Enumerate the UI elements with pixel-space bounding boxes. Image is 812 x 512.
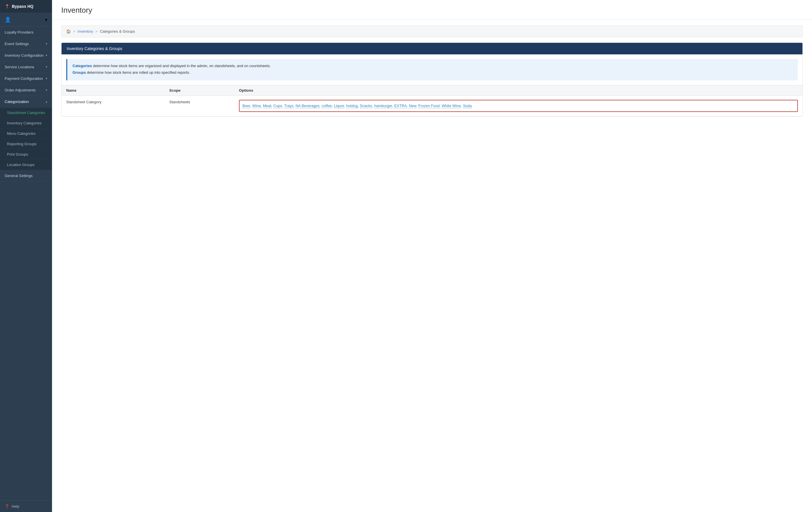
user-chevron-icon: [45, 17, 48, 23]
groups-text: determine how stock items are rolled up …: [87, 70, 190, 75]
sidebar-item-payment-configuration[interactable]: Payment Configuration: [0, 73, 52, 84]
sidebar-item-standsheet-categories[interactable]: Standsheet Categories: [0, 108, 52, 118]
option-link[interactable]: NA Beverages: [296, 104, 320, 108]
sidebar-item-service-locations[interactable]: Service Locations: [0, 61, 52, 73]
sidebar: 📍 Bypass HQ 👤 Loyalty Providers Event Se…: [0, 0, 52, 512]
option-link[interactable]: hotdog: [346, 104, 358, 108]
card-header: Inventory Categories & Groups: [62, 43, 803, 54]
info-banner: Categories determine how stock items are…: [66, 59, 798, 80]
categories-table-container: Name Scope Options Standsheet CategorySt…: [62, 85, 803, 116]
sidebar-item-loyalty-providers[interactable]: Loyalty Providers: [0, 27, 52, 38]
inventory-config-chevron-icon: [46, 54, 48, 57]
card-body: Categories determine how stock items are…: [62, 59, 803, 116]
col-options: Options: [234, 85, 803, 96]
option-link[interactable]: Liquor: [334, 104, 344, 108]
pin-icon: 📍: [5, 4, 9, 9]
user-menu[interactable]: 👤: [0, 13, 52, 27]
option-link[interactable]: EXTRA: [394, 104, 407, 108]
categories-keyword: Categories: [72, 64, 92, 68]
option-link[interactable]: hamburger: [374, 104, 392, 108]
option-link[interactable]: Soda: [463, 104, 472, 108]
inventory-categories-card: Inventory Categories & Groups Categories…: [61, 43, 803, 116]
option-link[interactable]: Wine: [252, 104, 261, 108]
sidebar-item-inventory-configuration[interactable]: Inventory Configuration: [0, 50, 52, 61]
breadcrumb-sep-2: >: [95, 29, 98, 33]
help-link[interactable]: ❓ Help: [0, 501, 52, 512]
options-highlighted-cell: Beer, Wine, Meat, Cups, Trays, NA Bevera…: [239, 100, 798, 112]
option-link[interactable]: Beer: [242, 104, 250, 108]
breadcrumb-sep-1: >: [73, 29, 76, 33]
table-row: Standsheet CategoryStandsheetsBeer, Wine…: [62, 96, 803, 116]
row-options: Beer, Wine, Meat, Cups, Trays, NA Bevera…: [234, 96, 803, 116]
option-link[interactable]: Frozen Food: [418, 104, 439, 108]
row-scope: Standsheets: [165, 96, 234, 116]
sidebar-item-general-settings[interactable]: General Settings: [0, 170, 52, 182]
col-name: Name: [62, 85, 165, 96]
page-title: Inventory: [61, 6, 803, 15]
option-link[interactable]: Meat: [263, 104, 271, 108]
user-icon: 👤: [5, 17, 11, 23]
help-icon: ❓: [5, 504, 9, 509]
groups-keyword: Groups: [72, 70, 86, 75]
main-content: Inventory 🏠 > Inventory > Categories & G…: [52, 0, 812, 512]
sidebar-item-reporting-groups[interactable]: Reporting Groups: [0, 139, 52, 149]
options-links: Beer, Wine, Meat, Cups, Trays, NA Bevera…: [242, 103, 794, 109]
app-header: 📍 Bypass HQ: [0, 0, 52, 13]
sidebar-item-location-groups[interactable]: Location Groups: [0, 160, 52, 170]
option-link[interactable]: coffee: [322, 104, 332, 108]
breadcrumb-inventory[interactable]: Inventory: [78, 29, 93, 33]
option-link[interactable]: Snacks: [360, 104, 372, 108]
app-title: Bypass HQ: [12, 4, 33, 9]
event-settings-chevron-icon: [46, 42, 48, 46]
option-link[interactable]: White Wine: [441, 104, 461, 108]
service-locations-chevron-icon: [46, 65, 48, 69]
option-link[interactable]: Cups: [273, 104, 282, 108]
categories-text: determine how stock items are organized …: [93, 64, 271, 68]
payment-config-chevron-icon: [46, 77, 48, 80]
categorization-chevron-icon: [46, 100, 48, 104]
content-area: 🏠 > Inventory > Categories & Groups Inve…: [52, 20, 812, 512]
breadcrumb-current: Categories & Groups: [100, 29, 135, 33]
sidebar-item-order-adjustments[interactable]: Order Adjustments: [0, 84, 52, 96]
row-name: Standsheet Category: [62, 96, 165, 116]
categorization-submenu: Standsheet Categories Inventory Categori…: [0, 108, 52, 170]
breadcrumb: 🏠 > Inventory > Categories & Groups: [61, 25, 803, 37]
col-scope: Scope: [165, 85, 234, 96]
table-header-row: Name Scope Options: [62, 85, 803, 96]
sidebar-item-inventory-categories[interactable]: Inventory Categories: [0, 118, 52, 129]
sidebar-item-menu-categories[interactable]: Menu Categories: [0, 129, 52, 139]
option-link[interactable]: Trays: [284, 104, 293, 108]
sidebar-item-print-groups[interactable]: Print Groups: [0, 149, 52, 160]
sidebar-item-categorization[interactable]: Categorization: [0, 96, 52, 108]
option-link[interactable]: New: [409, 104, 416, 108]
categories-table: Name Scope Options Standsheet CategorySt…: [62, 85, 803, 116]
order-adj-chevron-icon: [46, 88, 48, 92]
sidebar-item-event-settings[interactable]: Event Settings: [0, 38, 52, 50]
page-header: Inventory: [52, 0, 812, 20]
home-icon[interactable]: 🏠: [66, 29, 71, 33]
